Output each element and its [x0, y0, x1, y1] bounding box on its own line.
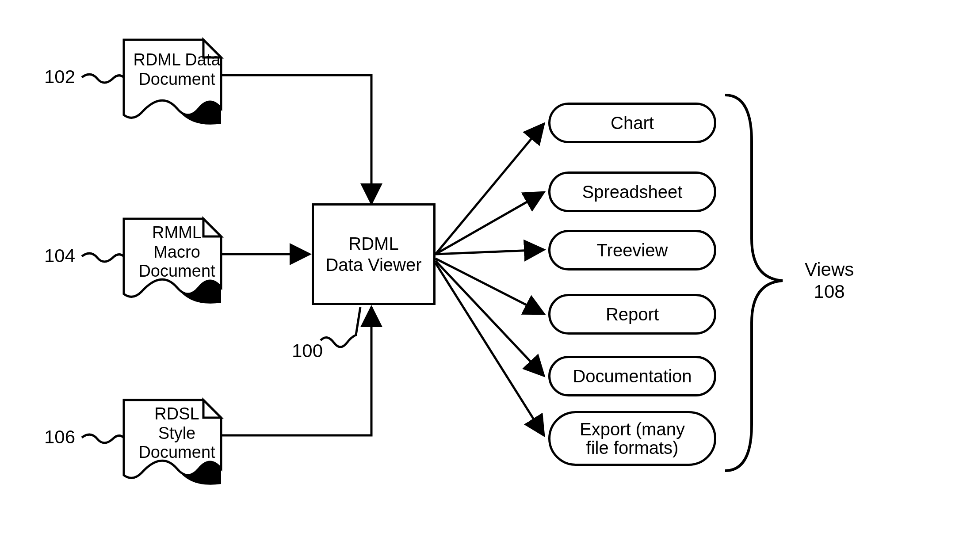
ref-label-100: 100 [292, 340, 323, 362]
view-report: Report [548, 294, 716, 335]
doc-104: RMML Macro Document [124, 219, 230, 316]
arrow-doc1-to-center [221, 75, 371, 203]
view-treeview: Treeview [548, 230, 716, 270]
doc-104-text: RMML Macro Document [124, 223, 230, 281]
arrow-to-documentation [436, 261, 544, 376]
doc-106-text: RDSL Style Document [124, 404, 230, 462]
squiggle-106 [82, 434, 124, 443]
doc-104-line3: Document [138, 262, 215, 280]
center-line1: RDML [348, 234, 398, 253]
view-treeview-label: Treeview [597, 241, 668, 259]
view-export-line1: Export (many [580, 419, 685, 439]
view-spreadsheet: Spreadsheet [548, 171, 716, 212]
view-chart: Chart [548, 103, 716, 143]
squiggle-104 [82, 253, 124, 262]
arrow-to-export [436, 263, 544, 435]
doc-104-line1: RMML [152, 223, 202, 242]
view-export: Export (many file formats) [548, 411, 716, 466]
doc-102-line1: RDML Data [133, 50, 220, 69]
doc-106: RDSL Style Document [124, 400, 230, 497]
arrow-to-treeview [436, 250, 544, 254]
arrow-doc3-to-center [221, 307, 371, 435]
doc-106-line1: RDSL [154, 404, 199, 423]
diagram-canvas: 102 104 106 100 RDML Data Document RMML … [0, 0, 963, 560]
view-export-text: Export (many file formats) [580, 420, 685, 457]
arrow-to-spreadsheet [436, 192, 544, 254]
doc-106-line2: Style [158, 424, 195, 442]
center-line2: Data Viewer [325, 255, 421, 274]
view-chart-label: Chart [611, 114, 654, 132]
view-documentation-label: Documentation [573, 367, 692, 385]
view-spreadsheet-label: Spreadsheet [582, 183, 683, 201]
doc-102-text: RDML Data Document [124, 50, 230, 89]
doc-106-line3: Document [138, 443, 215, 461]
view-documentation: Documentation [548, 356, 716, 396]
ref-label-102: 102 [44, 66, 75, 88]
arrow-to-report [436, 259, 544, 314]
ref-label-104: 104 [44, 245, 75, 267]
squiggle-100 [321, 307, 360, 347]
ref-label-106: 106 [44, 427, 75, 448]
doc-104-line2: Macro [153, 243, 200, 261]
view-report-label: Report [606, 305, 659, 324]
arrow-to-chart [436, 124, 544, 254]
views-brace [725, 95, 783, 471]
center-box-rdml-viewer: RDML Data Viewer [312, 203, 436, 305]
views-group-label: Views 108 [805, 259, 854, 303]
squiggle-102 [82, 74, 124, 83]
center-box-text: RDML Data Viewer [325, 233, 421, 275]
doc-102-line2: Document [138, 70, 215, 88]
views-label-line2: 108 [814, 281, 845, 302]
views-label-line1: Views [805, 259, 854, 280]
view-export-line2: file formats) [586, 438, 679, 457]
doc-102: RDML Data Document [124, 40, 230, 137]
